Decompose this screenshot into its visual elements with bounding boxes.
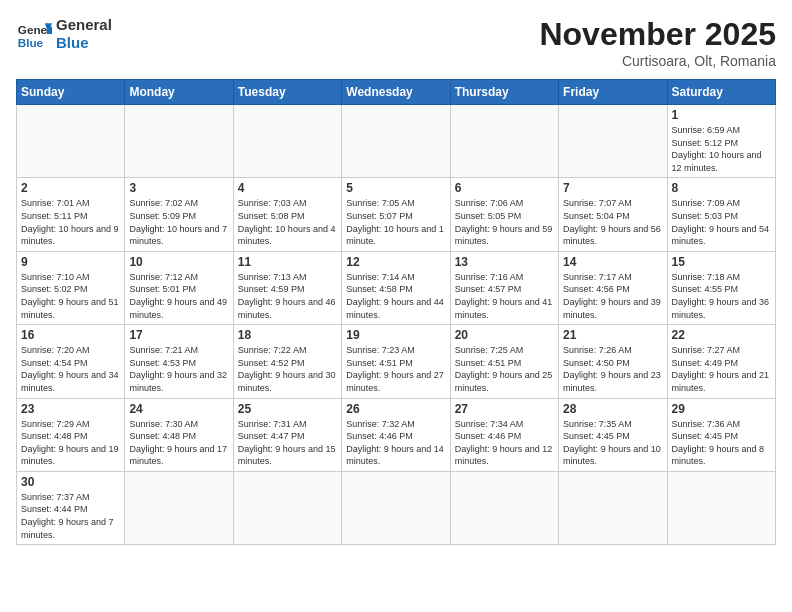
calendar-cell: 15Sunrise: 7:18 AMSunset: 4:55 PMDayligh… bbox=[667, 251, 775, 324]
day-info: Sunrise: 7:14 AMSunset: 4:58 PMDaylight:… bbox=[346, 271, 445, 321]
day-number: 24 bbox=[129, 402, 228, 416]
calendar-table: SundayMondayTuesdayWednesdayThursdayFrid… bbox=[16, 79, 776, 545]
day-info: Sunrise: 7:07 AMSunset: 5:04 PMDaylight:… bbox=[563, 197, 662, 247]
calendar-cell: 14Sunrise: 7:17 AMSunset: 4:56 PMDayligh… bbox=[559, 251, 667, 324]
calendar-cell: 28Sunrise: 7:35 AMSunset: 4:45 PMDayligh… bbox=[559, 398, 667, 471]
day-number: 12 bbox=[346, 255, 445, 269]
calendar-cell: 26Sunrise: 7:32 AMSunset: 4:46 PMDayligh… bbox=[342, 398, 450, 471]
day-number: 30 bbox=[21, 475, 120, 489]
day-info: Sunrise: 7:20 AMSunset: 4:54 PMDaylight:… bbox=[21, 344, 120, 394]
day-info: Sunrise: 7:35 AMSunset: 4:45 PMDaylight:… bbox=[563, 418, 662, 468]
logo: General Blue General Blue bbox=[16, 16, 112, 52]
calendar-cell: 2Sunrise: 7:01 AMSunset: 5:11 PMDaylight… bbox=[17, 178, 125, 251]
calendar-week-row: 30Sunrise: 7:37 AMSunset: 4:44 PMDayligh… bbox=[17, 471, 776, 544]
page-header: General Blue General Blue November 2025 … bbox=[16, 16, 776, 69]
calendar-cell: 22Sunrise: 7:27 AMSunset: 4:49 PMDayligh… bbox=[667, 325, 775, 398]
day-number: 13 bbox=[455, 255, 554, 269]
calendar-week-row: 2Sunrise: 7:01 AMSunset: 5:11 PMDaylight… bbox=[17, 178, 776, 251]
calendar-week-row: 23Sunrise: 7:29 AMSunset: 4:48 PMDayligh… bbox=[17, 398, 776, 471]
calendar-week-row: 16Sunrise: 7:20 AMSunset: 4:54 PMDayligh… bbox=[17, 325, 776, 398]
day-info: Sunrise: 7:13 AMSunset: 4:59 PMDaylight:… bbox=[238, 271, 337, 321]
day-info: Sunrise: 7:32 AMSunset: 4:46 PMDaylight:… bbox=[346, 418, 445, 468]
weekday-header: Thursday bbox=[450, 80, 558, 105]
day-info: Sunrise: 7:37 AMSunset: 4:44 PMDaylight:… bbox=[21, 491, 120, 541]
calendar-cell: 19Sunrise: 7:23 AMSunset: 4:51 PMDayligh… bbox=[342, 325, 450, 398]
day-number: 8 bbox=[672, 181, 771, 195]
day-number: 22 bbox=[672, 328, 771, 342]
calendar-cell: 21Sunrise: 7:26 AMSunset: 4:50 PMDayligh… bbox=[559, 325, 667, 398]
calendar-cell: 24Sunrise: 7:30 AMSunset: 4:48 PMDayligh… bbox=[125, 398, 233, 471]
day-info: Sunrise: 7:22 AMSunset: 4:52 PMDaylight:… bbox=[238, 344, 337, 394]
day-info: Sunrise: 7:02 AMSunset: 5:09 PMDaylight:… bbox=[129, 197, 228, 247]
day-number: 18 bbox=[238, 328, 337, 342]
day-info: Sunrise: 7:01 AMSunset: 5:11 PMDaylight:… bbox=[21, 197, 120, 247]
day-info: Sunrise: 7:17 AMSunset: 4:56 PMDaylight:… bbox=[563, 271, 662, 321]
day-number: 9 bbox=[21, 255, 120, 269]
day-info: Sunrise: 7:36 AMSunset: 4:45 PMDaylight:… bbox=[672, 418, 771, 468]
calendar-cell: 27Sunrise: 7:34 AMSunset: 4:46 PMDayligh… bbox=[450, 398, 558, 471]
day-number: 23 bbox=[21, 402, 120, 416]
day-number: 16 bbox=[21, 328, 120, 342]
calendar-cell bbox=[667, 471, 775, 544]
calendar-cell bbox=[450, 105, 558, 178]
day-info: Sunrise: 7:18 AMSunset: 4:55 PMDaylight:… bbox=[672, 271, 771, 321]
day-number: 11 bbox=[238, 255, 337, 269]
weekday-header: Tuesday bbox=[233, 80, 341, 105]
day-info: Sunrise: 7:23 AMSunset: 4:51 PMDaylight:… bbox=[346, 344, 445, 394]
day-info: Sunrise: 7:06 AMSunset: 5:05 PMDaylight:… bbox=[455, 197, 554, 247]
day-info: Sunrise: 7:29 AMSunset: 4:48 PMDaylight:… bbox=[21, 418, 120, 468]
day-number: 15 bbox=[672, 255, 771, 269]
calendar-week-row: 9Sunrise: 7:10 AMSunset: 5:02 PMDaylight… bbox=[17, 251, 776, 324]
day-number: 20 bbox=[455, 328, 554, 342]
day-info: Sunrise: 6:59 AMSunset: 5:12 PMDaylight:… bbox=[672, 124, 771, 174]
svg-marker-3 bbox=[47, 27, 52, 34]
day-number: 7 bbox=[563, 181, 662, 195]
day-info: Sunrise: 7:34 AMSunset: 4:46 PMDaylight:… bbox=[455, 418, 554, 468]
calendar-cell: 12Sunrise: 7:14 AMSunset: 4:58 PMDayligh… bbox=[342, 251, 450, 324]
day-number: 2 bbox=[21, 181, 120, 195]
day-info: Sunrise: 7:27 AMSunset: 4:49 PMDaylight:… bbox=[672, 344, 771, 394]
weekday-header: Friday bbox=[559, 80, 667, 105]
day-info: Sunrise: 7:05 AMSunset: 5:07 PMDaylight:… bbox=[346, 197, 445, 247]
day-info: Sunrise: 7:26 AMSunset: 4:50 PMDaylight:… bbox=[563, 344, 662, 394]
day-info: Sunrise: 7:12 AMSunset: 5:01 PMDaylight:… bbox=[129, 271, 228, 321]
calendar-week-row: 1Sunrise: 6:59 AMSunset: 5:12 PMDaylight… bbox=[17, 105, 776, 178]
calendar-cell: 10Sunrise: 7:12 AMSunset: 5:01 PMDayligh… bbox=[125, 251, 233, 324]
calendar-cell: 7Sunrise: 7:07 AMSunset: 5:04 PMDaylight… bbox=[559, 178, 667, 251]
day-number: 1 bbox=[672, 108, 771, 122]
calendar-cell bbox=[233, 471, 341, 544]
calendar-cell bbox=[125, 471, 233, 544]
logo-icon: General Blue bbox=[16, 16, 52, 52]
calendar-cell: 18Sunrise: 7:22 AMSunset: 4:52 PMDayligh… bbox=[233, 325, 341, 398]
day-info: Sunrise: 7:25 AMSunset: 4:51 PMDaylight:… bbox=[455, 344, 554, 394]
day-info: Sunrise: 7:09 AMSunset: 5:03 PMDaylight:… bbox=[672, 197, 771, 247]
day-number: 6 bbox=[455, 181, 554, 195]
calendar-cell: 20Sunrise: 7:25 AMSunset: 4:51 PMDayligh… bbox=[450, 325, 558, 398]
day-info: Sunrise: 7:03 AMSunset: 5:08 PMDaylight:… bbox=[238, 197, 337, 247]
weekday-header: Monday bbox=[125, 80, 233, 105]
calendar-cell: 9Sunrise: 7:10 AMSunset: 5:02 PMDaylight… bbox=[17, 251, 125, 324]
day-number: 25 bbox=[238, 402, 337, 416]
calendar-cell: 6Sunrise: 7:06 AMSunset: 5:05 PMDaylight… bbox=[450, 178, 558, 251]
calendar-cell: 17Sunrise: 7:21 AMSunset: 4:53 PMDayligh… bbox=[125, 325, 233, 398]
calendar-cell bbox=[17, 105, 125, 178]
calendar-cell: 5Sunrise: 7:05 AMSunset: 5:07 PMDaylight… bbox=[342, 178, 450, 251]
calendar-cell bbox=[342, 105, 450, 178]
weekday-header: Sunday bbox=[17, 80, 125, 105]
calendar-header-row: SundayMondayTuesdayWednesdayThursdayFrid… bbox=[17, 80, 776, 105]
day-info: Sunrise: 7:16 AMSunset: 4:57 PMDaylight:… bbox=[455, 271, 554, 321]
day-number: 3 bbox=[129, 181, 228, 195]
calendar-cell bbox=[559, 471, 667, 544]
svg-text:Blue: Blue bbox=[18, 36, 44, 49]
calendar-cell: 25Sunrise: 7:31 AMSunset: 4:47 PMDayligh… bbox=[233, 398, 341, 471]
day-number: 21 bbox=[563, 328, 662, 342]
calendar-cell: 16Sunrise: 7:20 AMSunset: 4:54 PMDayligh… bbox=[17, 325, 125, 398]
calendar-cell: 4Sunrise: 7:03 AMSunset: 5:08 PMDaylight… bbox=[233, 178, 341, 251]
day-number: 10 bbox=[129, 255, 228, 269]
weekday-header: Wednesday bbox=[342, 80, 450, 105]
calendar-cell bbox=[450, 471, 558, 544]
calendar-cell: 1Sunrise: 6:59 AMSunset: 5:12 PMDaylight… bbox=[667, 105, 775, 178]
day-number: 28 bbox=[563, 402, 662, 416]
day-number: 26 bbox=[346, 402, 445, 416]
weekday-header: Saturday bbox=[667, 80, 775, 105]
